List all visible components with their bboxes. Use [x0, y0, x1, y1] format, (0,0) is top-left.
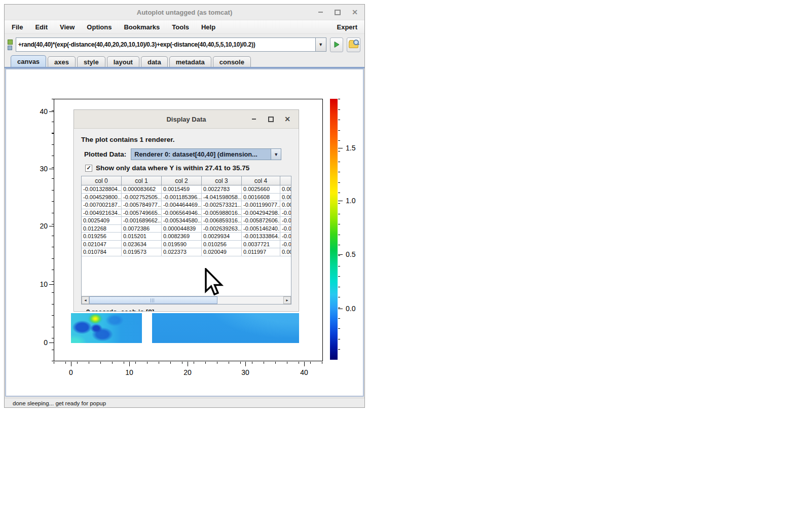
inspect-uri-button[interactable] [347, 37, 360, 52]
table-row[interactable]: -0.004921634...-0.005749665...-0.0065649… [82, 209, 291, 217]
menu-help[interactable]: Help [201, 23, 215, 31]
menu-edit[interactable]: Edit [35, 23, 48, 31]
filter-checkbox-label: Show only data where Y is within 27.41 t… [96, 164, 249, 172]
column-header[interactable]: col 4 [242, 176, 280, 185]
menu-view[interactable]: View [60, 23, 75, 31]
tab-layout[interactable]: layout [107, 56, 139, 67]
colorbar-minor-ticks [338, 99, 340, 360]
maximize-button[interactable] [334, 9, 341, 16]
table-row[interactable]: 0.0210470.0236340.0195900.0102560.003772… [82, 241, 291, 249]
dialog-maximize-button[interactable] [268, 116, 274, 122]
tab-style[interactable]: style [77, 56, 105, 67]
filter-checkbox[interactable]: ✓ [85, 165, 92, 172]
horizontal-scrollbar[interactable]: ◄ ► [82, 296, 291, 304]
y-tick-label: 20 [25, 222, 48, 230]
chevron-down-icon: ▼ [274, 152, 278, 157]
uri-input[interactable]: +rand(40,40)*(exp(-distance(40,40,20,20,… [16, 37, 316, 52]
plotted-data-combobox[interactable]: Renderer 0: dataset[40,40] (dimension...… [131, 148, 281, 160]
y-tick-label: 10 [25, 280, 48, 288]
colorbar-tick-label: 1.5 [346, 144, 355, 152]
column-header[interactable] [280, 176, 291, 185]
column-header[interactable]: col 0 [82, 176, 122, 185]
x-axis-minor-ticks [54, 362, 323, 364]
tab-metadata[interactable]: metadata [169, 56, 211, 67]
dialog-minimize-button[interactable] [251, 116, 257, 122]
table-row[interactable]: 0.0122680.00723860.000044839-0.002639263… [82, 225, 291, 233]
data-table: col 0 col 1 col 2 col 3 col 4 -0.0013288… [81, 176, 291, 305]
play-icon [333, 41, 340, 48]
combo-arrow-button[interactable]: ▼ [271, 148, 281, 160]
menu-options[interactable]: Options [87, 23, 112, 31]
scrollbar-thumb[interactable] [89, 296, 217, 304]
app-window: Autoplot untagged (as tomcat) ✕ File Edi… [4, 4, 365, 408]
table-row[interactable]: 0.0025409-0.001689662...-0.005344580...-… [82, 217, 291, 225]
table-row[interactable]: -0.001328804...0.0000836620.00154590.002… [82, 185, 291, 194]
table-row[interactable]: -0.007002187...-0.005784977...-0.0044644… [82, 201, 291, 209]
menu-file[interactable]: File [12, 23, 23, 31]
colorbar-tick-label: 0.5 [346, 250, 355, 258]
renderer-count-text: The plot contains 1 renderer. [81, 136, 292, 143]
uri-toolbar: +rand(40,40)*(exp(-distance(40,40,20,20,… [5, 34, 364, 55]
y-tick-label: 0 [25, 338, 48, 347]
title-bar: Autoplot untagged (as tomcat) ✕ [5, 5, 364, 20]
y-axis-minor-ticks [52, 99, 54, 361]
colorbar-tick-label: 1.0 [346, 197, 355, 205]
menu-bar: File Edit View Options Bookmarks Tools H… [5, 20, 364, 34]
y-tick-label: 30 [25, 165, 48, 173]
dialog-title: Display Data [166, 116, 206, 123]
display-data-dialog: Display Data ✕ The plot contains 1 rende… [73, 109, 299, 312]
tab-console[interactable]: console [213, 56, 251, 67]
x-tick-label: 20 [183, 368, 192, 376]
menu-bookmarks[interactable]: Bookmarks [124, 23, 160, 31]
status-text: done sleeping... get ready for popup [13, 400, 106, 406]
window-title: Autoplot untagged (as tomcat) [137, 9, 233, 16]
status-bar: done sleeping... get ready for popup [5, 398, 364, 408]
dialog-close-button[interactable]: ✕ [284, 116, 290, 122]
scroll-left-button[interactable]: ◄ [82, 296, 89, 304]
minimize-button[interactable] [317, 9, 324, 16]
heatmap-region-left [71, 313, 142, 343]
record-count-text: 9 records, each is [8] [80, 305, 292, 312]
y-tick-label: 40 [25, 107, 48, 116]
plot-canvas[interactable]: 40 30 20 10 0 0 10 20 30 40 1.5 1.0 0.5 … [5, 68, 364, 397]
tab-axes[interactable]: axes [48, 56, 76, 67]
tab-bar: canvas axes style layout data metadata c… [5, 55, 364, 68]
chevron-down-icon: ▼ [318, 42, 323, 47]
uri-dropdown-button[interactable]: ▼ [316, 37, 326, 52]
go-button[interactable] [330, 37, 344, 52]
colorbar-tick-label: 0.0 [346, 305, 355, 313]
minimize-icon [252, 119, 256, 120]
expert-menu[interactable]: Expert [337, 23, 357, 31]
column-header[interactable]: col 2 [162, 176, 202, 185]
dialog-title-bar[interactable]: Display Data ✕ [74, 110, 299, 129]
table-row[interactable]: 0.0107840.0195730.0223730.0200490.011997… [82, 248, 291, 256]
maximize-icon [335, 10, 341, 15]
mouse-cursor [205, 268, 224, 296]
table-header-row: col 0 col 1 col 2 col 3 col 4 [82, 176, 291, 185]
tab-canvas[interactable]: canvas [11, 55, 46, 67]
table-row[interactable]: 0.0192560.0152010.00823690.0029934-0.001… [82, 233, 291, 241]
column-header[interactable]: col 1 [122, 176, 162, 185]
browse-icon [349, 41, 358, 48]
table-row[interactable]: -0.004529800...-0.002752505...-0.0011853… [82, 194, 291, 202]
menu-tools[interactable]: Tools [172, 23, 189, 31]
tab-data[interactable]: data [141, 56, 168, 67]
x-tick-label: 10 [125, 368, 133, 376]
x-tick-label: 30 [241, 368, 249, 376]
column-header[interactable]: col 3 [202, 176, 242, 185]
plotted-data-label: Plotted Data: [84, 150, 126, 158]
scroll-right-button[interactable]: ► [283, 296, 291, 304]
x-tick-label: 0 [69, 368, 73, 376]
x-tick-label: 40 [300, 368, 308, 376]
plotted-data-value: Renderer 0: dataset[40,40] (dimension... [131, 148, 271, 160]
colorbar [330, 99, 338, 360]
close-button[interactable]: ✕ [351, 9, 358, 16]
maximize-icon [268, 117, 274, 122]
scrollbar-track[interactable] [89, 296, 283, 304]
heatmap-region-right [152, 313, 299, 343]
data-source-indicator-icon [8, 40, 14, 50]
check-icon: ✓ [86, 165, 91, 171]
minimize-icon [318, 12, 323, 13]
